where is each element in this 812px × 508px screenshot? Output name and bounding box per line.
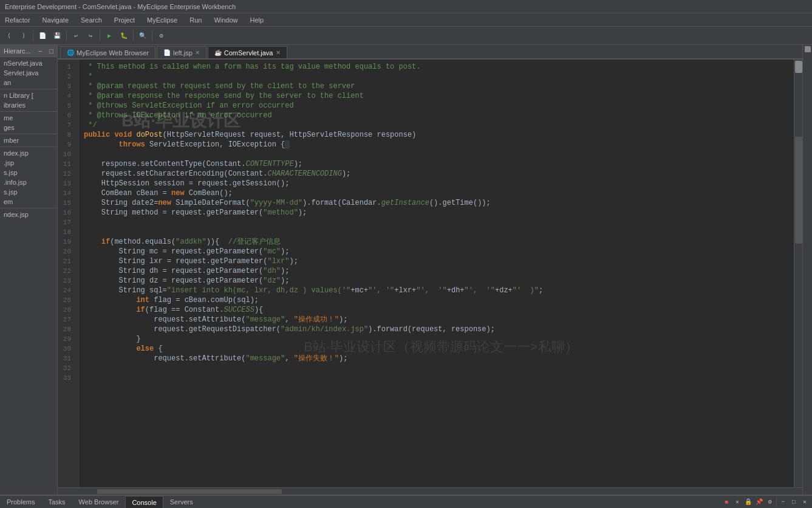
toolbar-sep-3 bbox=[100, 30, 100, 41]
sidebar-item-17[interactable]: em bbox=[0, 197, 57, 207]
sidebar-sep-3 bbox=[0, 134, 57, 134]
console-stop-btn[interactable]: ■ bbox=[722, 497, 731, 507]
toolbar-undo[interactable]: ↩ bbox=[69, 29, 83, 43]
tab-comservlet-label: ComServlet.java bbox=[224, 49, 273, 57]
sidebar-content: nServlet.java Servlet.java an n Library … bbox=[0, 57, 57, 495]
left-jsp-icon: 📄 bbox=[163, 49, 171, 56]
toolbar-debug[interactable]: 🐛 bbox=[117, 29, 131, 43]
sidebar-item-7[interactable]: me bbox=[0, 113, 57, 123]
toolbar-sep-1 bbox=[33, 30, 33, 41]
tab-console[interactable]: Console bbox=[125, 496, 163, 508]
toolbar-search[interactable]: 🔍 bbox=[136, 29, 149, 43]
sidebar-title: Hierarc... bbox=[4, 47, 31, 55]
title-bar: Enterprise Development - ComServlet.java… bbox=[0, 0, 812, 13]
sidebar-item-2[interactable]: an bbox=[0, 78, 57, 88]
right-margin-marker bbox=[805, 46, 811, 52]
menu-bar: Refactor Navigate Search Project MyEclip… bbox=[0, 13, 812, 27]
bottom-maximize[interactable]: □ bbox=[789, 497, 799, 507]
sidebar-sep-1 bbox=[0, 89, 57, 89]
bottom-tabs-container: Problems Tasks Web Browser Console Serve… bbox=[0, 496, 719, 508]
sidebar-sep-2 bbox=[0, 111, 57, 112]
right-margin bbox=[802, 45, 812, 495]
comservlet-icon: ☕ bbox=[214, 49, 222, 56]
menu-search[interactable]: Search bbox=[78, 16, 104, 24]
menu-navigate[interactable]: Navigate bbox=[40, 16, 71, 24]
bottom-close[interactable]: ✕ bbox=[800, 497, 810, 507]
line-numbers: 12345 678910 1112131415 1617181920 21222… bbox=[58, 60, 79, 487]
code-editor: 12345 678910 1112131415 1617181920 21222… bbox=[58, 60, 802, 487]
sidebar-item-19[interactable]: ndex.jsp bbox=[0, 210, 57, 219]
bottom-minimize[interactable]: − bbox=[778, 497, 788, 507]
toolbar-sep-4 bbox=[133, 30, 134, 41]
sidebar-item-12[interactable]: ndex.jsp bbox=[0, 148, 57, 158]
tab-web-browser[interactable]: 🌐 MyEclipse Web Browser bbox=[60, 46, 155, 58]
tab-problems[interactable]: Problems bbox=[0, 496, 41, 508]
toolbar: ⟨ ⟩ 📄 💾 ↩ ↪ ▶ 🐛 🔍 ⚙ bbox=[0, 27, 812, 45]
sidebar-item-13[interactable]: .jsp bbox=[0, 158, 57, 168]
sidebar-maximize[interactable]: □ bbox=[49, 47, 53, 55]
tab-web-browser-label: MyEclipse Web Browser bbox=[77, 49, 149, 57]
toolbar-back[interactable]: ⟨ bbox=[2, 29, 16, 43]
toolbar-new[interactable]: 📄 bbox=[36, 29, 49, 43]
web-browser-icon: 🌐 bbox=[67, 49, 74, 56]
console-pin[interactable]: 📌 bbox=[754, 497, 764, 507]
sidebar-item-1[interactable]: Servlet.java bbox=[0, 68, 57, 78]
toolbar-save[interactable]: 💾 bbox=[50, 29, 64, 43]
tab-servers[interactable]: Servers bbox=[163, 496, 200, 508]
title-text: Enterprise Development - ComServlet.java… bbox=[5, 3, 236, 10]
sidebar-sep-5 bbox=[0, 208, 57, 208]
menu-myeclipse[interactable]: MyEclipse bbox=[145, 16, 180, 24]
tab-web-browser-bottom[interactable]: Web Browser bbox=[72, 496, 126, 508]
toolbar-run[interactable]: ▶ bbox=[103, 29, 116, 43]
tab-left-jsp[interactable]: 📄 left.jsp ✕ bbox=[157, 46, 206, 58]
toolbar-redo[interactable]: ↪ bbox=[84, 29, 97, 43]
sidebar-item-5[interactable]: ibraries bbox=[0, 100, 57, 110]
toolbar-sep-5 bbox=[152, 30, 152, 41]
sidebar-sep-4 bbox=[0, 146, 57, 147]
menu-help[interactable]: Help bbox=[248, 16, 267, 24]
sidebar-minimize[interactable]: − bbox=[38, 47, 42, 55]
tab-tasks[interactable]: Tasks bbox=[41, 496, 72, 508]
tab-left-jsp-close[interactable]: ✕ bbox=[195, 49, 200, 56]
sidebar-item-14[interactable]: s.jsp bbox=[0, 168, 57, 177]
sidebar-item-15[interactable]: .info.jsp bbox=[0, 177, 57, 187]
sidebar: Hierarc... − □ nServlet.java Servlet.jav… bbox=[0, 45, 58, 495]
sidebar-item-10[interactable]: mber bbox=[0, 136, 57, 145]
bottom-toolbar: ■ ✕ 🔒 📌 ⚙ − □ ✕ bbox=[719, 496, 812, 508]
bottom-toolbar-sep bbox=[776, 498, 777, 506]
menu-run[interactable]: Run bbox=[187, 16, 204, 24]
menu-project[interactable]: Project bbox=[112, 16, 137, 24]
tab-comservlet[interactable]: ☕ ComServlet.java ✕ bbox=[208, 46, 287, 58]
sidebar-item-4[interactable]: n Library [ bbox=[0, 91, 57, 100]
toolbar-sep-2 bbox=[66, 30, 67, 41]
editor-area: 🌐 MyEclipse Web Browser 📄 left.jsp ✕ ☕ C… bbox=[58, 45, 802, 495]
editor-scrollbar-v[interactable] bbox=[794, 60, 802, 487]
editor-scrollbar-h[interactable] bbox=[58, 487, 802, 495]
sidebar-header: Hierarc... − □ bbox=[0, 45, 57, 57]
console-clear-btn[interactable]: ✕ bbox=[732, 497, 742, 507]
tab-comservlet-close[interactable]: ✕ bbox=[276, 49, 281, 56]
tab-left-jsp-label: left.jsp bbox=[173, 49, 193, 57]
code-content[interactable]: * This method is called when a form has … bbox=[79, 60, 794, 487]
bottom-panel-header: Problems Tasks Web Browser Console Serve… bbox=[0, 496, 812, 508]
sidebar-item-0[interactable]: nServlet.java bbox=[0, 58, 57, 68]
console-scroll-lock[interactable]: 🔒 bbox=[743, 497, 753, 507]
bottom-panel: Problems Tasks Web Browser Console Serve… bbox=[0, 495, 812, 508]
main-layout: Hierarc... − □ nServlet.java Servlet.jav… bbox=[0, 45, 812, 495]
console-settings[interactable]: ⚙ bbox=[765, 497, 775, 507]
menu-refactor[interactable]: Refactor bbox=[2, 16, 33, 24]
tab-bar: 🌐 MyEclipse Web Browser 📄 left.jsp ✕ ☕ C… bbox=[58, 45, 802, 60]
toolbar-settings[interactable]: ⚙ bbox=[155, 29, 168, 43]
menu-window[interactable]: Window bbox=[211, 16, 240, 24]
sidebar-item-8[interactable]: ges bbox=[0, 123, 57, 132]
sidebar-item-16[interactable]: s.jsp bbox=[0, 187, 57, 197]
toolbar-forward[interactable]: ⟩ bbox=[17, 29, 30, 43]
